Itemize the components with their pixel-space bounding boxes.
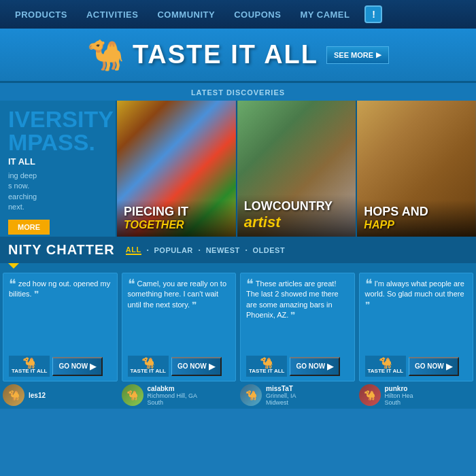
chatter-header: NITY CHATTER ALL • POPULAR • NEWEST • OL… xyxy=(0,237,476,263)
user-info-2: 🐪 missTaT Grinnell, IA Midwest xyxy=(240,384,355,406)
go-now-button-2[interactable]: GO NOW ▶ xyxy=(290,357,340,376)
close-quote-1: ❞ xyxy=(192,299,197,310)
discovery-card-hops[interactable]: HOPS AND HAPP xyxy=(356,101,476,237)
close-quote-2: ❞ xyxy=(290,310,296,321)
user-avatar-1: 🐪 xyxy=(122,384,143,406)
go-arrow-0: ▶ xyxy=(90,362,96,371)
notification-button[interactable]: ! xyxy=(364,5,382,23)
discovery-card-lowcountry[interactable]: LOWCOUNTRY artist xyxy=(236,101,356,237)
chatter-card-3: ❝ I'm always what people are world. So g… xyxy=(359,273,474,381)
chatter-card-1: ❝ Camel, you are really on to something … xyxy=(122,273,237,381)
chatter-quote-1: ❝ Camel, you are really on to something … xyxy=(128,279,231,352)
go-arrow-3: ▶ xyxy=(446,362,452,371)
close-quote-3: ❞ xyxy=(365,299,371,310)
chatter-bottom-1: 🐪 TASTE IT ALL GO NOW ▶ xyxy=(128,356,231,377)
filter-popular[interactable]: POPULAR xyxy=(154,246,193,254)
side-desc: ing deeps now.earchingnext. xyxy=(8,171,107,213)
nav-products[interactable]: PRODUCTS xyxy=(5,0,77,29)
nav-community[interactable]: COMMUNITY xyxy=(148,0,224,29)
hero-banner: 🐪 TASTE IT ALL SEE MORE ▶ xyxy=(0,29,476,83)
nav-coupons[interactable]: COUPONS xyxy=(224,0,290,29)
username-2: missTaT xyxy=(266,385,296,392)
user-details-0: les12 xyxy=(29,392,46,399)
go-now-button-1[interactable]: GO NOW ▶ xyxy=(171,357,222,376)
discoveries-row: IVERSITY MPASS. IT ALL ing deeps now.ear… xyxy=(0,101,476,237)
taste-logo-3: 🐪 TASTE IT ALL xyxy=(365,356,406,377)
chatter-filters: ALL • POPULAR • NEWEST • OLDEST xyxy=(126,245,285,255)
username-3: punkro xyxy=(385,385,413,392)
card-title-piecing-main: PIECING IT xyxy=(124,205,229,219)
region-2: Midwest xyxy=(266,399,296,406)
card-title-lowcountry-italic: artist xyxy=(244,214,350,231)
chatter-bottom-3: 🐪 TASTE IT ALL GO NOW ▶ xyxy=(365,356,468,377)
card-title-hops-main: HOPS AND xyxy=(364,205,469,219)
user-avatar-0: 🐪 xyxy=(3,384,24,406)
discoveries-section: LATEST DISCOVERIES IVERSITY MPASS. IT AL… xyxy=(0,83,476,237)
navbar: PRODUCTS ACTIVITIES COMMUNITY COUPONS MY… xyxy=(0,0,476,29)
card-overlay-lowcountry: LOWCOUNTRY artist xyxy=(237,194,356,237)
region-1: South xyxy=(148,399,198,406)
chatter-indicator xyxy=(8,263,19,269)
user-details-3: punkro Hilton Hea South xyxy=(385,385,413,406)
filter-all[interactable]: ALL xyxy=(126,245,141,255)
nav-activities[interactable]: ACTIVITIES xyxy=(77,0,148,29)
user-details-2: missTaT Grinnell, IA Midwest xyxy=(266,385,296,406)
chatter-card-2: ❝ These articles are great! The last 2 s… xyxy=(240,273,355,381)
card-title-lowcountry-main: LOWCOUNTRY xyxy=(244,200,350,214)
user-avatar-3: 🐪 xyxy=(359,384,381,406)
go-now-button-0[interactable]: GO NOW ▶ xyxy=(52,357,103,376)
chatter-quote-2: ❝ These articles are great! The last 2 s… xyxy=(246,279,349,352)
go-now-button-3[interactable]: GO NOW ▶ xyxy=(409,357,459,376)
side-text-panel: IVERSITY MPASS. IT ALL ing deeps now.ear… xyxy=(0,101,116,237)
chatter-user-row: 🐪 les12 🐪 calabkm Richmond Hill, GA Sout… xyxy=(0,384,476,409)
card-title-piecing-sub: TOGETHER xyxy=(124,219,229,231)
user-details-1: calabkm Richmond Hill, GA South xyxy=(148,385,198,406)
chatter-section: NITY CHATTER ALL • POPULAR • NEWEST • OL… xyxy=(0,237,476,409)
taste-logo-1: 🐪 TASTE IT ALL xyxy=(128,356,169,377)
user-info-1: 🐪 calabkm Richmond Hill, GA South xyxy=(122,384,237,406)
card-overlay-hops: HOPS AND HAPP xyxy=(357,200,476,237)
chatter-bottom-0: 🐪 TASTE IT ALL GO NOW ▶ xyxy=(9,356,112,377)
taste-logo-0: 🐪 TASTE IT ALL xyxy=(9,356,50,377)
username-1: calabkm xyxy=(148,385,198,392)
location-3: Hilton Hea xyxy=(385,392,413,399)
chatter-cards-row: ❝ zed how ng out. opened my bilities. ❞ … xyxy=(0,269,476,384)
discovery-card-piecing[interactable]: PIECING IT TOGETHER xyxy=(116,101,236,237)
side-sub-line: IT ALL xyxy=(8,156,107,167)
camel-logo-icon: 🐪 xyxy=(87,40,124,70)
username-0: les12 xyxy=(29,392,46,399)
chatter-card-0: ❝ zed how ng out. opened my bilities. ❞ … xyxy=(3,273,118,381)
see-more-button[interactable]: SEE MORE ▶ xyxy=(326,46,389,64)
close-quote-0: ❞ xyxy=(34,289,39,300)
chatter-bottom-2: 🐪 TASTE IT ALL GO NOW ▶ xyxy=(246,356,349,377)
filter-newest[interactable]: NEWEST xyxy=(206,246,240,254)
go-arrow-1: ▶ xyxy=(209,362,215,371)
chatter-quote-0: ❝ zed how ng out. opened my bilities. ❞ xyxy=(9,279,112,352)
card-title-hops-sub: HAPP xyxy=(364,219,469,231)
location-2: Grinnell, IA xyxy=(266,392,296,399)
hero-title: TASTE IT ALL xyxy=(133,40,318,69)
taste-logo-2: 🐪 TASTE IT ALL xyxy=(246,356,287,377)
filter-oldest[interactable]: OLDEST xyxy=(253,246,286,254)
discoveries-label: LATEST DISCOVERIES xyxy=(0,88,476,97)
go-arrow-2: ▶ xyxy=(327,362,333,371)
location-1: Richmond Hill, GA xyxy=(148,392,198,399)
nav-my-camel[interactable]: MY CAMEL xyxy=(290,0,359,29)
chatter-title: NITY CHATTER xyxy=(8,242,115,258)
read-more-button[interactable]: MORE xyxy=(8,220,50,235)
side-big-word2: MPASS. xyxy=(8,131,107,154)
arrow-icon: ▶ xyxy=(376,51,381,58)
user-info-0: 🐪 les12 xyxy=(3,384,118,406)
chatter-quote-3: ❝ I'm always what people are world. So g… xyxy=(365,279,468,352)
side-big-word1: IVERSITY xyxy=(8,107,107,131)
user-avatar-2: 🐪 xyxy=(240,384,262,406)
user-info-3: 🐪 punkro Hilton Hea South xyxy=(359,384,474,406)
card-overlay-piecing: PIECING IT TOGETHER xyxy=(117,200,236,237)
region-3: South xyxy=(385,399,413,406)
